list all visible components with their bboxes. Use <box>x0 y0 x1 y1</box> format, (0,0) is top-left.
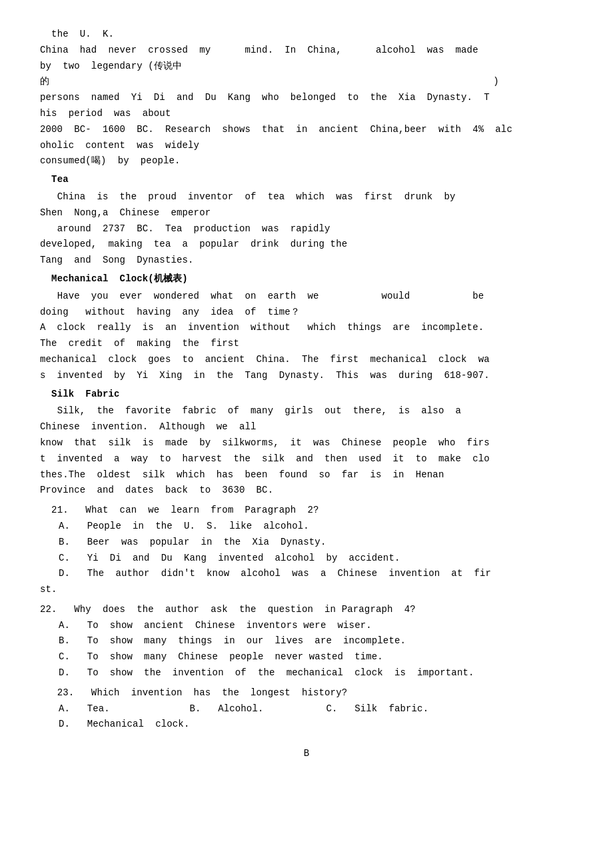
text-line-20: The credit of making the first <box>40 336 573 352</box>
question-23-text: 23. Which invention has the longest hist… <box>40 685 573 701</box>
questions-section: 21. What can we learn from Paragraph 2? … <box>40 503 573 733</box>
question-22-option-a: A. To show ancient Chinese inventors wer… <box>59 618 573 634</box>
question-22-option-b: B. To show many things in our lives are … <box>59 633 573 649</box>
text-line-12: Shen Nong,a Chinese emperor <box>40 205 573 221</box>
text-line-13: around 2737 BC. Tea production was rapid… <box>40 221 573 237</box>
text-line-4: 的 ) <box>40 74 573 90</box>
main-content: the U. K. China had never crossed my min… <box>40 27 573 762</box>
text-line-18: doing without having any idea of time？ <box>40 305 573 321</box>
question-21-option-d: D. The author didn't know alcohol was a … <box>59 566 573 582</box>
text-line-17: Have you ever wondered what on earth we … <box>40 289 573 305</box>
question-21-option-d-overflow: st. <box>40 582 573 598</box>
question-21-option-a: A. People in the U. S. like alcohol. <box>59 519 573 535</box>
question-22-text: 22. Why does the author ask the question… <box>40 602 573 618</box>
text-line-26: know that silk is made by silkworms, it … <box>40 435 573 451</box>
question-22-option-c: C. To show many Chinese people never was… <box>59 649 573 665</box>
question-22: 22. Why does the author ask the question… <box>40 602 573 681</box>
section-heading-clock: Mechanical Clock(机械表) <box>40 271 573 287</box>
text-line-1: the U. K. <box>40 27 573 43</box>
section-heading-tea: Tea <box>40 172 573 188</box>
section-heading-silk: Silk Fabric <box>40 387 573 403</box>
text-line-7: 2000 BC- 1600 BC. Research shows that in… <box>40 122 573 138</box>
text-line-15: Tang and Song Dynasties. <box>40 253 573 269</box>
text-line-8: oholic content was widely <box>40 138 573 154</box>
question-21: 21. What can we learn from Paragraph 2? … <box>40 503 573 598</box>
body-text: the U. K. China had never crossed my min… <box>40 27 573 499</box>
text-line-3: by two legendary (传说中 <box>40 59 573 75</box>
text-line-2: China had never crossed my mind. In Chin… <box>40 43 573 59</box>
text-line-14: developed, making tea a popular drink du… <box>40 237 573 253</box>
text-line-27: t invented a way to harvest the silk and… <box>40 451 573 467</box>
question-23-option-a: A. Tea. B. Alcohol. C. Silk fabric. <box>59 701 573 717</box>
question-21-option-c: C. Yi Di and Du Kang invented alcohol by… <box>59 551 573 567</box>
text-line-21: mechanical clock goes to ancient China. … <box>40 352 573 368</box>
text-line-19: A clock really is an invention without w… <box>40 320 573 336</box>
text-line-28: thes.The oldest silk which has been foun… <box>40 467 573 483</box>
question-23-option-d: D. Mechanical clock. <box>59 717 573 733</box>
question-21-text: 21. What can we learn from Paragraph 2? <box>40 503 573 519</box>
question-21-option-b: B. Beer was popular in the Xia Dynasty. <box>59 535 573 551</box>
text-line-25: Chinese invention. Although we all <box>40 419 573 435</box>
question-22-option-d: D. To show the invention of the mechanic… <box>59 665 573 681</box>
text-line-9: consumed(喝) by people. <box>40 153 573 169</box>
text-line-29: Province and dates back to 3630 BC. <box>40 483 573 499</box>
text-line-22: s invented by Yi Xing in the Tang Dynast… <box>40 368 573 384</box>
text-line-24: Silk, the favorite fabric of many girls … <box>40 403 573 419</box>
text-line-6: his period was about <box>40 106 573 122</box>
text-line-11: China is the proud inventor of tea which… <box>40 189 573 205</box>
question-23: 23. Which invention has the longest hist… <box>40 685 573 733</box>
text-line-5: persons named Yi Di and Du Kang who belo… <box>40 90 573 106</box>
page-bottom-label: B <box>40 746 573 762</box>
